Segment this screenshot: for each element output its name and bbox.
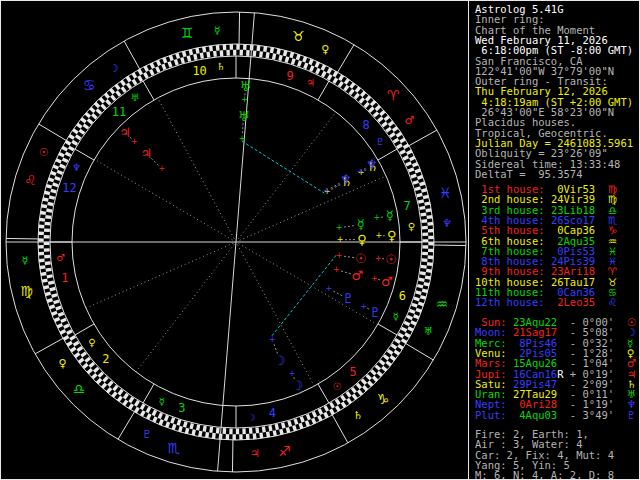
sign-ruler-glyph-libra: ♀ bbox=[59, 357, 67, 370]
planet-pointer-sun-natal bbox=[342, 256, 354, 258]
house-ruler-glyph-9: ♃ bbox=[306, 77, 315, 88]
planet-glyph-mars-natal: ♂ bbox=[352, 268, 364, 283]
house-number-9: 9 bbox=[286, 69, 293, 83]
planet-marker-mars-transit: + bbox=[371, 274, 378, 283]
house-wedge-boundary bbox=[378, 324, 397, 335]
planet-marker-moon-natal: + bbox=[269, 335, 276, 344]
planet-marker-sun-transit: + bbox=[375, 254, 382, 263]
sign-glyph-sagittarius: ♐ bbox=[279, 443, 292, 459]
house-number-7: 7 bbox=[404, 199, 411, 213]
planet-glyph-uranus-natal: ♅ bbox=[238, 109, 250, 124]
planet-glyph-neptune-transit: ♆ bbox=[366, 157, 378, 172]
planet-marker-mars-natal: + bbox=[333, 265, 340, 274]
sign-glyph-leo: ♌ bbox=[24, 172, 37, 188]
sign-glyph-aquarius: ♒ bbox=[435, 296, 448, 312]
house-label: 12th house: bbox=[475, 296, 545, 308]
sign-ruler-glyph-virgo: ☿ bbox=[21, 254, 28, 267]
house-ruler-glyph-7: ♀ bbox=[408, 221, 415, 232]
sign-glyph-capricorn: ♑ bbox=[377, 391, 390, 407]
sign-cusp-boundary bbox=[118, 412, 134, 439]
house-wedge-boundary bbox=[143, 384, 154, 403]
house-wedge-boundary bbox=[318, 384, 329, 403]
house-number-5: 5 bbox=[349, 365, 356, 379]
planet-marker-pluto-natal: + bbox=[325, 284, 332, 293]
planet-glyph-pluto-natal: ♇ bbox=[343, 291, 355, 306]
planet-marker-pluto-transit: + bbox=[360, 302, 367, 311]
house-wedge-boundary bbox=[75, 324, 94, 335]
planet-marker-mercury-transit: + bbox=[374, 213, 381, 222]
house-number-11: 11 bbox=[112, 105, 126, 119]
sign-cusp-boundary bbox=[124, 41, 140, 69]
sign-cusp-boundary bbox=[409, 130, 437, 146]
house-ruler-glyph-4: ☽ bbox=[247, 412, 256, 423]
sign-ruler-glyph-sagittarius: ♃ bbox=[250, 447, 260, 460]
planet-marker-neptune-natal: + bbox=[323, 186, 330, 195]
sign-glyph-pisces: ♓ bbox=[439, 185, 452, 201]
planet-marker-uranus-transit: + bbox=[241, 95, 248, 104]
sign-ruler-glyph-gemini: ☿ bbox=[214, 24, 221, 37]
house-wedge-boundary bbox=[143, 81, 154, 100]
planet-marker-sun-natal: + bbox=[336, 251, 343, 260]
planet-pointer-pluto-natal bbox=[331, 290, 342, 295]
house-number-4: 4 bbox=[269, 406, 276, 420]
sign-ruler-glyph-scorpio: ♇ bbox=[142, 428, 152, 441]
header-line: DeltaT = 95.3574 bbox=[475, 169, 582, 179]
sign-ruler-glyph-pisces: ♆ bbox=[442, 217, 452, 230]
house-ruler-glyph-6: ☿ bbox=[392, 311, 398, 322]
house-wedge-boundary bbox=[378, 149, 397, 160]
sign-ruler-glyph-taurus: ♀ bbox=[321, 43, 329, 56]
planet-pointer-saturn-natal bbox=[330, 184, 341, 190]
house-ruler-glyph-11: ♅ bbox=[131, 92, 140, 103]
planet-label: Plut: bbox=[475, 409, 507, 421]
planet-glyph-jupiter-transit: ♃ bbox=[119, 125, 131, 140]
sign-ruler-glyph-cancer: ☽ bbox=[109, 62, 119, 75]
planet-glyph-neptune-natal: ♆ bbox=[340, 172, 352, 187]
house-ruler-glyph-12: ♆ bbox=[72, 162, 81, 173]
planet-position-value: 4Aqu03 bbox=[513, 409, 557, 421]
planet-glyph-venus-natal: ♀ bbox=[357, 232, 367, 247]
sign-glyph-aries: ♈ bbox=[387, 87, 400, 103]
sign-cusp-boundary bbox=[338, 45, 354, 72]
planet-glyph-venus-transit: ♀ bbox=[387, 228, 397, 243]
sign-ruler-glyph-leo: ☉ bbox=[39, 146, 49, 159]
sign-glyph-cancer: ♋ bbox=[83, 77, 96, 93]
planet-icon: ♇ bbox=[627, 409, 636, 421]
planet-marker-uranus-natal: + bbox=[239, 134, 246, 143]
planet-marker-mercury-natal: + bbox=[336, 223, 343, 232]
summary-text: M: 6, N: 4, A: 2, D: 8 bbox=[475, 469, 614, 480]
planet-marker-venus-natal: + bbox=[337, 235, 344, 244]
house-number-10: 10 bbox=[192, 64, 206, 78]
house-number-3: 3 bbox=[178, 401, 185, 415]
planet-marker-neptune-transit: + bbox=[357, 167, 364, 176]
aspect-line-sun-moon bbox=[271, 255, 336, 336]
planet-pointer-mercury-natal bbox=[342, 226, 354, 228]
planet-pointer-neptune-natal bbox=[329, 183, 339, 189]
planet-pointer-mercury-transit bbox=[380, 217, 383, 218]
sign-cusp-boundary bbox=[406, 344, 433, 360]
header-text: DeltaT = 95.3574 bbox=[475, 168, 582, 180]
daily-motion-value: - 3°49' bbox=[564, 409, 615, 421]
house-wedge-boundary bbox=[75, 149, 94, 160]
house-wedge-boundary bbox=[318, 81, 329, 100]
sign-cusp-boundary bbox=[35, 338, 63, 354]
planet-glyph-mars-transit: ♂ bbox=[381, 274, 393, 289]
planet-marker-moon-transit: + bbox=[289, 369, 296, 378]
sign-cusp-boundary bbox=[332, 415, 348, 443]
text bbox=[614, 409, 627, 421]
house-ruler-glyph-1: ♂ bbox=[56, 252, 65, 263]
planet-marker-jupiter-natal: + bbox=[159, 164, 166, 173]
planet-glyph-mercury-transit: ☿ bbox=[386, 208, 394, 223]
house-ruler-glyph-5: ☉ bbox=[332, 381, 341, 392]
house-sign-icon: ♌ bbox=[608, 296, 617, 308]
house-ruler-glyph-10: ♄ bbox=[216, 61, 225, 72]
summary-line: M: 6, N: 4, A: 2, D: 8 bbox=[475, 470, 614, 480]
planet-glyph-mercury-natal: ☿ bbox=[357, 217, 365, 232]
planet-glyph-moon-transit: ☽ bbox=[291, 378, 303, 393]
house-ruler-glyph-2: ♀ bbox=[88, 337, 95, 348]
sign-glyph-gemini: ♊ bbox=[181, 25, 194, 41]
house-row: 12th house: 2Leo35 ♌ bbox=[475, 297, 617, 307]
house-ruler-glyph-8: ♇ bbox=[376, 136, 385, 147]
planet-glyph-pluto-transit: ♇ bbox=[369, 305, 381, 320]
planet-glyph-uranus-transit: ♅ bbox=[240, 79, 252, 94]
aspect-line-uranus-saturn bbox=[242, 141, 324, 193]
